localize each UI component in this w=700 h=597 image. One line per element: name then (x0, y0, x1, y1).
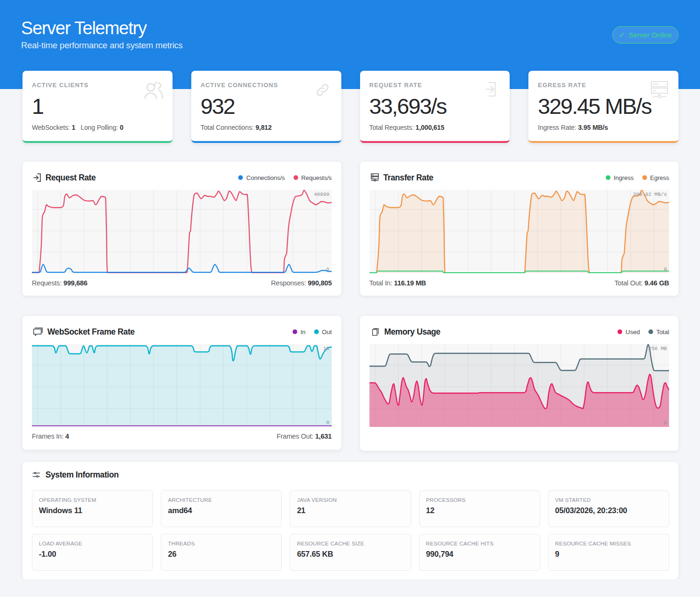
svg-text:0: 0 (326, 267, 330, 272)
svg-text:10: 10 (323, 346, 329, 351)
svg-text:0: 0 (663, 267, 667, 272)
svg-text:0: 0 (663, 420, 667, 426)
svg-text:399.92 MB/s: 399.92 MB/s (632, 192, 667, 197)
svg-text:40899: 40899 (314, 192, 329, 197)
svg-text:256 MB: 256 MB (648, 346, 667, 351)
svg-text:0: 0 (326, 420, 330, 425)
